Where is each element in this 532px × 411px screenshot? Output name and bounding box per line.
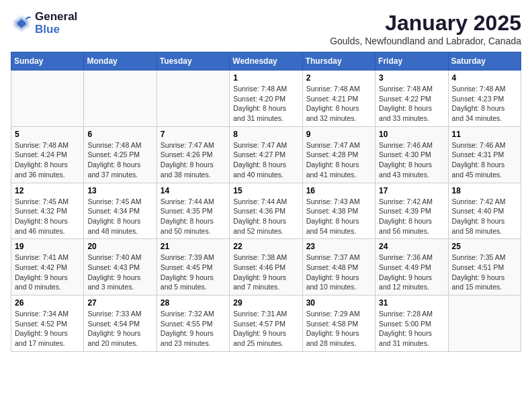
day-info: Sunrise: 7:47 AMSunset: 4:26 PMDaylight:…: [161, 140, 226, 180]
day-number: 24: [379, 242, 444, 251]
day-number: 5: [15, 130, 80, 139]
weekday-thursday: Thursday: [302, 52, 375, 71]
day-number: 22: [233, 242, 298, 251]
day-info: Sunrise: 7:29 AMSunset: 4:58 PMDaylight:…: [306, 309, 371, 349]
logo-icon: [11, 13, 32, 34]
day-info: Sunrise: 7:42 AMSunset: 4:39 PMDaylight:…: [379, 197, 444, 236]
month-title: January 2025: [330, 11, 521, 36]
day-number: 1: [233, 73, 298, 83]
day-info: Sunrise: 7:46 AMSunset: 4:30 PMDaylight:…: [379, 140, 444, 180]
day-cell: 7 Sunrise: 7:47 AMSunset: 4:26 PMDayligh…: [157, 126, 229, 183]
day-cell: 5 Sunrise: 7:48 AMSunset: 4:24 PMDayligh…: [11, 126, 84, 183]
day-cell: 26 Sunrise: 7:34 AMSunset: 4:52 PMDaylig…: [11, 295, 84, 352]
day-number: 25: [452, 242, 517, 251]
day-number: 6: [87, 130, 152, 139]
day-info: Sunrise: 7:32 AMSunset: 4:55 PMDaylight:…: [161, 309, 226, 349]
day-number: 19: [15, 242, 80, 251]
day-number: 28: [161, 298, 226, 308]
day-number: 21: [161, 242, 226, 251]
day-number: 20: [87, 242, 152, 251]
day-info: Sunrise: 7:37 AMSunset: 4:48 PMDaylight:…: [306, 253, 371, 292]
week-row-1: 1 Sunrise: 7:48 AMSunset: 4:20 PMDayligh…: [11, 71, 521, 127]
day-cell: 4 Sunrise: 7:48 AMSunset: 4:23 PMDayligh…: [448, 71, 521, 127]
day-info: Sunrise: 7:47 AMSunset: 4:27 PMDaylight:…: [233, 140, 298, 180]
day-number: 17: [379, 186, 444, 195]
day-info: Sunrise: 7:43 AMSunset: 4:38 PMDaylight:…: [306, 197, 371, 236]
day-info: Sunrise: 7:45 AMSunset: 4:34 PMDaylight:…: [87, 197, 152, 236]
day-number: 2: [306, 73, 371, 83]
day-cell: 27 Sunrise: 7:33 AMSunset: 4:54 PMDaylig…: [84, 295, 157, 352]
day-number: 15: [233, 186, 298, 195]
day-number: 13: [87, 186, 152, 195]
day-cell: 2 Sunrise: 7:48 AMSunset: 4:21 PMDayligh…: [302, 71, 375, 127]
day-cell: 20 Sunrise: 7:40 AMSunset: 4:43 PMDaylig…: [84, 239, 157, 295]
day-cell: 8 Sunrise: 7:47 AMSunset: 4:27 PMDayligh…: [230, 126, 302, 183]
day-info: Sunrise: 7:48 AMSunset: 4:24 PMDaylight:…: [15, 140, 80, 180]
day-cell: 30 Sunrise: 7:29 AMSunset: 4:58 PMDaylig…: [302, 295, 375, 352]
day-cell: 17 Sunrise: 7:42 AMSunset: 4:39 PMDaylig…: [375, 183, 448, 239]
day-cell: 1 Sunrise: 7:48 AMSunset: 4:20 PMDayligh…: [230, 71, 302, 127]
day-cell: 21 Sunrise: 7:39 AMSunset: 4:45 PMDaylig…: [157, 239, 229, 295]
day-cell: 12 Sunrise: 7:45 AMSunset: 4:32 PMDaylig…: [11, 183, 84, 239]
week-row-2: 5 Sunrise: 7:48 AMSunset: 4:24 PMDayligh…: [11, 126, 521, 183]
day-info: Sunrise: 7:39 AMSunset: 4:45 PMDaylight:…: [161, 253, 226, 292]
day-number: 18: [452, 186, 517, 195]
day-info: Sunrise: 7:48 AMSunset: 4:20 PMDaylight:…: [233, 84, 298, 124]
day-info: Sunrise: 7:48 AMSunset: 4:21 PMDaylight:…: [306, 84, 371, 124]
title-area: January 2025 Goulds, Newfoundland and La…: [330, 11, 521, 46]
day-info: Sunrise: 7:33 AMSunset: 4:54 PMDaylight:…: [87, 309, 152, 349]
day-info: Sunrise: 7:42 AMSunset: 4:40 PMDaylight:…: [452, 197, 517, 236]
day-cell: 16 Sunrise: 7:43 AMSunset: 4:38 PMDaylig…: [302, 183, 375, 239]
week-row-4: 19 Sunrise: 7:41 AMSunset: 4:42 PMDaylig…: [11, 239, 521, 295]
weekday-header-row: SundayMondayTuesdayWednesdayThursdayFrid…: [11, 52, 521, 71]
location-title: Goulds, Newfoundland and Labrador, Canad…: [330, 36, 521, 46]
day-info: Sunrise: 7:38 AMSunset: 4:46 PMDaylight:…: [233, 253, 298, 292]
day-info: Sunrise: 7:48 AMSunset: 4:25 PMDaylight:…: [87, 140, 152, 180]
day-number: 8: [233, 130, 298, 139]
day-info: Sunrise: 7:40 AMSunset: 4:43 PMDaylight:…: [87, 253, 152, 292]
day-cell: 25 Sunrise: 7:35 AMSunset: 4:51 PMDaylig…: [448, 239, 521, 295]
weekday-monday: Monday: [84, 52, 157, 71]
day-cell: 6 Sunrise: 7:48 AMSunset: 4:25 PMDayligh…: [84, 126, 157, 183]
day-cell: 15 Sunrise: 7:44 AMSunset: 4:36 PMDaylig…: [230, 183, 302, 239]
day-info: Sunrise: 7:47 AMSunset: 4:28 PMDaylight:…: [306, 140, 371, 180]
day-info: Sunrise: 7:45 AMSunset: 4:32 PMDaylight:…: [15, 197, 80, 236]
day-cell: [11, 71, 84, 127]
week-row-5: 26 Sunrise: 7:34 AMSunset: 4:52 PMDaylig…: [11, 295, 521, 352]
logo: General Blue: [11, 11, 77, 36]
day-number: 16: [306, 186, 371, 195]
weekday-saturday: Saturday: [448, 52, 521, 71]
day-cell: [448, 295, 521, 352]
weekday-friday: Friday: [375, 52, 448, 71]
day-number: 29: [233, 298, 298, 308]
logo-text: General Blue: [35, 11, 77, 36]
day-number: 9: [306, 130, 371, 139]
day-info: Sunrise: 7:34 AMSunset: 4:52 PMDaylight:…: [15, 309, 80, 349]
day-cell: 19 Sunrise: 7:41 AMSunset: 4:42 PMDaylig…: [11, 239, 84, 295]
day-number: 4: [452, 73, 517, 83]
day-info: Sunrise: 7:41 AMSunset: 4:42 PMDaylight:…: [15, 253, 80, 292]
day-number: 26: [15, 298, 80, 308]
day-info: Sunrise: 7:28 AMSunset: 5:00 PMDaylight:…: [379, 309, 444, 349]
day-info: Sunrise: 7:48 AMSunset: 4:22 PMDaylight:…: [379, 84, 444, 124]
day-number: 27: [87, 298, 152, 308]
day-number: 7: [161, 130, 226, 139]
day-info: Sunrise: 7:44 AMSunset: 4:36 PMDaylight:…: [233, 197, 298, 236]
day-info: Sunrise: 7:44 AMSunset: 4:35 PMDaylight:…: [161, 197, 226, 236]
day-number: 23: [306, 242, 371, 251]
day-cell: [84, 71, 157, 127]
day-cell: 9 Sunrise: 7:47 AMSunset: 4:28 PMDayligh…: [302, 126, 375, 183]
day-cell: 28 Sunrise: 7:32 AMSunset: 4:55 PMDaylig…: [157, 295, 229, 352]
day-number: 14: [161, 186, 226, 195]
day-number: 30: [306, 298, 371, 308]
day-cell: 13 Sunrise: 7:45 AMSunset: 4:34 PMDaylig…: [84, 183, 157, 239]
day-number: 10: [379, 130, 444, 139]
week-row-3: 12 Sunrise: 7:45 AMSunset: 4:32 PMDaylig…: [11, 183, 521, 239]
weekday-sunday: Sunday: [11, 52, 84, 71]
day-info: Sunrise: 7:46 AMSunset: 4:31 PMDaylight:…: [452, 140, 517, 180]
day-info: Sunrise: 7:48 AMSunset: 4:23 PMDaylight:…: [452, 84, 517, 124]
day-cell: 22 Sunrise: 7:38 AMSunset: 4:46 PMDaylig…: [230, 239, 302, 295]
calendar-body: 1 Sunrise: 7:48 AMSunset: 4:20 PMDayligh…: [11, 71, 521, 352]
day-cell: 14 Sunrise: 7:44 AMSunset: 4:35 PMDaylig…: [157, 183, 229, 239]
weekday-wednesday: Wednesday: [230, 52, 302, 71]
